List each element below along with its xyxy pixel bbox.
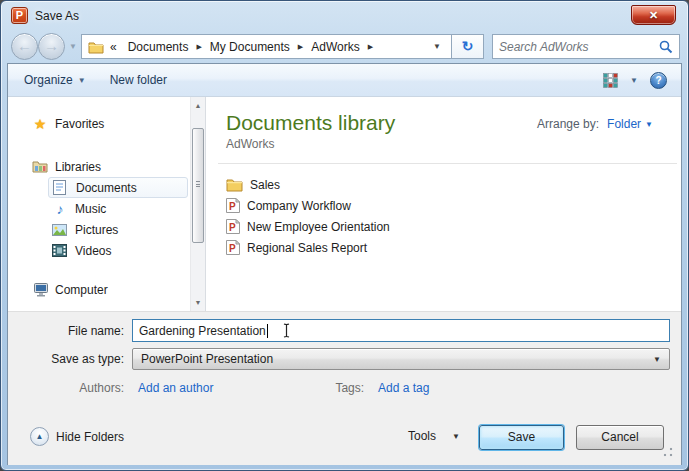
breadcrumb-separator-icon[interactable]: ▶: [194, 43, 203, 51]
title-bar: P Save As ✕: [1, 1, 688, 31]
cancel-button[interactable]: Cancel: [576, 425, 664, 450]
window-title: Save As: [35, 9, 79, 23]
navigation-bar: ← → ▼ « Documents ▶ My Documents ▶ AdWor…: [7, 33, 682, 60]
search-icon[interactable]: [659, 40, 673, 54]
address-dropdown-icon[interactable]: ▼: [427, 42, 447, 51]
tools-label: Tools: [408, 429, 436, 443]
file-name: Company Workflow: [247, 199, 351, 213]
sidebar-item-label: Favorites: [55, 117, 104, 131]
add-author-link[interactable]: Add an author: [138, 381, 213, 395]
breadcrumb-separator-icon[interactable]: ▶: [296, 43, 305, 51]
file-name: Regional Sales Report: [247, 241, 367, 255]
client-area: Organize ▼ New folder ▼: [7, 63, 682, 465]
file-name-label: File name:: [8, 324, 132, 338]
navigation-pane: ★ Favorites Libraries: [8, 97, 190, 311]
add-tag-link[interactable]: Add a tag: [378, 381, 429, 395]
authors-label: Authors:: [8, 381, 132, 395]
sidebar-item-videos[interactable]: Videos: [48, 240, 190, 261]
sidebar-item-documents[interactable]: Documents: [48, 177, 188, 198]
chevron-down-icon: ▼: [78, 76, 86, 85]
help-button[interactable]: ?: [650, 72, 667, 89]
library-subtitle: AdWorks: [226, 137, 681, 151]
sidebar-item-label: Documents: [76, 181, 137, 195]
organize-label: Organize: [24, 73, 73, 87]
sidebar-item-label: Libraries: [55, 160, 101, 174]
file-list: Sales P Company Workflow: [226, 174, 681, 258]
sidebar-item-label: Music: [75, 202, 106, 216]
ibeam-cursor: [282, 323, 291, 338]
save-as-type-label: Save as type:: [8, 352, 132, 366]
search-placeholder: Search AdWorks: [499, 40, 659, 54]
new-folder-button[interactable]: New folder: [102, 69, 175, 91]
tools-dropdown[interactable]: Tools ▼: [408, 429, 460, 443]
picture-icon: [52, 224, 68, 236]
svg-text:P: P: [229, 201, 236, 212]
sidebar-item-label: Computer: [55, 283, 108, 297]
save-as-dialog: P Save As ✕ ← → ▼ « Documents ▶ My Docum…: [0, 0, 689, 471]
folder-icon: [226, 178, 243, 192]
scrollbar-thumb[interactable]: [192, 128, 204, 243]
hide-folders-label: Hide Folders: [56, 430, 124, 444]
views-icon[interactable]: [603, 73, 618, 88]
breadcrumb-collapsed-icon[interactable]: «: [110, 40, 117, 54]
forward-button[interactable]: →: [38, 33, 65, 60]
close-button[interactable]: ✕: [631, 5, 676, 25]
file-name-input[interactable]: Gardening Presentation: [132, 319, 670, 342]
sidebar-item-pictures[interactable]: Pictures: [48, 219, 190, 240]
save-as-type-value: PowerPoint Presentation: [141, 352, 273, 366]
powerpoint-app-icon: P: [11, 7, 28, 24]
breadcrumb-separator-icon[interactable]: ▶: [366, 43, 375, 51]
file-list-pane: Documents library AdWorks Arrange by: Fo…: [205, 97, 681, 311]
file-name: New Employee Orientation: [247, 220, 390, 234]
file-row-regional-sales-report[interactable]: P Regional Sales Report: [226, 237, 681, 258]
breadcrumb-segment-adworks[interactable]: AdWorks: [305, 40, 365, 54]
scroll-up-icon[interactable]: ▲: [191, 98, 205, 113]
save-options-panel: File name: Gardening Presentation Save a…: [8, 311, 681, 465]
star-icon: ★: [32, 116, 48, 132]
file-row-sales[interactable]: Sales: [226, 174, 681, 195]
chevron-down-icon: ▼: [452, 432, 460, 441]
file-row-new-employee-orientation[interactable]: P New Employee Orientation: [226, 216, 681, 237]
organize-menu-button[interactable]: Organize ▼: [16, 69, 94, 91]
document-icon: [53, 180, 69, 195]
hide-folders-button[interactable]: ▲ Hide Folders: [30, 427, 124, 446]
breadcrumb-segment-documents[interactable]: Documents: [122, 40, 195, 54]
search-box[interactable]: Search AdWorks: [492, 34, 680, 59]
back-arrow-icon: ←: [17, 37, 32, 54]
sidebar-item-libraries[interactable]: Libraries: [28, 156, 190, 177]
breadcrumb[interactable]: « Documents ▶ My Documents ▶ AdWorks ▶ ▼: [81, 34, 452, 59]
file-name-value: Gardening Presentation: [139, 324, 266, 338]
views-dropdown-icon[interactable]: ▼: [630, 76, 638, 85]
breadcrumb-segment-my-documents[interactable]: My Documents: [204, 40, 296, 54]
text-caret: [267, 324, 268, 338]
tags-label: Tags:: [335, 381, 372, 395]
chevron-down-icon: ▼: [653, 355, 661, 364]
refresh-icon: ↻: [462, 38, 474, 54]
chevron-down-icon: ▼: [645, 120, 653, 129]
powerpoint-file-icon: P: [226, 219, 240, 234]
new-folder-label: New folder: [110, 73, 167, 87]
folder-icon: [88, 40, 104, 54]
save-as-type-dropdown[interactable]: PowerPoint Presentation ▼: [132, 348, 670, 370]
computer-icon: [32, 283, 48, 297]
powerpoint-file-icon: P: [226, 240, 240, 255]
resize-grip[interactable]: [663, 447, 673, 457]
libraries-icon: [32, 160, 48, 173]
sidebar-item-music[interactable]: ♪ Music: [48, 198, 190, 219]
file-row-company-workflow[interactable]: P Company Workflow: [226, 195, 681, 216]
close-icon: ✕: [649, 9, 658, 21]
save-button[interactable]: Save: [479, 425, 564, 450]
recent-locations-dropdown[interactable]: ▼: [69, 42, 77, 51]
scroll-down-icon[interactable]: ▼: [191, 295, 205, 310]
refresh-button[interactable]: ↻: [451, 34, 484, 59]
sidebar-item-label: Videos: [75, 244, 111, 258]
back-button[interactable]: ←: [11, 33, 38, 60]
arrange-by-dropdown[interactable]: Folder ▼: [607, 117, 653, 131]
sidebar-item-label: Pictures: [75, 223, 118, 237]
svg-text:P: P: [229, 222, 236, 233]
sidebar-scrollbar[interactable]: ▲ ▼: [190, 97, 205, 311]
sidebar-item-favorites[interactable]: ★ Favorites: [28, 113, 190, 134]
svg-text:P: P: [229, 243, 236, 254]
help-icon: ?: [655, 75, 661, 86]
sidebar-item-computer[interactable]: Computer: [28, 279, 190, 300]
